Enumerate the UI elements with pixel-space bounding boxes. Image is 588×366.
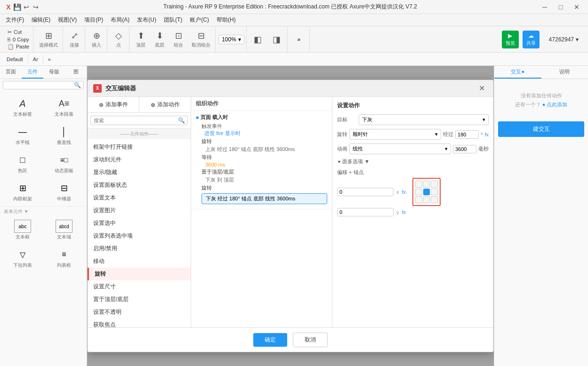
anchor-tr[interactable] [431,181,438,188]
anchor-mc[interactable] [423,189,430,196]
target-select[interactable]: 下灰 ▾ [359,114,489,125]
anchor-tl[interactable] [415,181,422,188]
offset-x-input[interactable] [337,188,394,196]
sidebar-tab-pages[interactable]: 页面 [0,66,22,79]
widget-repeater[interactable]: ⊟ 中继器 [45,180,83,204]
offset-x-fx-button[interactable]: fx [402,189,406,195]
create-interaction-button[interactable]: 建交互 [498,121,584,137]
action-search-input[interactable] [90,116,188,125]
selectmode-button[interactable]: ⊞ 选择模式 [36,30,61,49]
widget-hline[interactable]: — 水平线 [4,123,41,148]
action-set-opacity[interactable]: 设置不透明 [88,306,191,318]
anim-type-select[interactable]: 线性 ▾ [349,143,451,154]
anchor-bc[interactable] [423,196,430,203]
action-set-layer[interactable]: 置于顶层/底层 [88,293,191,306]
preview-button[interactable]: ▶ 预览 [502,31,519,48]
widget-listbox[interactable]: ≡ 列表框 [45,246,83,271]
widget-search-input[interactable] [3,81,84,89]
action-focus[interactable]: 获取焦点 [88,318,191,327]
more-toolbar-button[interactable]: » [290,35,307,44]
widget-text-label[interactable]: A 文本标签 [4,95,41,119]
add-event-button[interactable]: ⊕ 添加事件 [88,97,139,112]
redo-icon[interactable]: ↪ [32,3,40,11]
cancel-button[interactable]: 取消 [293,333,328,347]
paste-button[interactable]: 📋 Paste [6,43,31,50]
zoom-control[interactable]: 100% ▾ [218,35,244,44]
action-set-panel-state[interactable]: 设置面板状态 [88,179,191,191]
anchor-br[interactable] [431,196,438,203]
action-set-image[interactable]: 设置图片 [88,204,191,217]
widget-textarea[interactable]: abcd 文本域 [45,218,83,242]
anchor-ml[interactable] [415,189,422,196]
group-button[interactable]: ⊡ 组合 [170,30,187,49]
widget-dynamic-panel[interactable]: ≡□ 动态面板 [45,151,83,176]
totoplayer-action[interactable]: 置于顶层/底层 [201,168,327,175]
widget-inline-frame[interactable]: ⊞ 内联框架 [4,180,41,204]
more-options-toggle[interactable]: 面多选项 ▼ [337,158,489,165]
sidebar-tab-masters[interactable]: 母版 [43,66,65,79]
rotate2-highlighted[interactable]: 下灰 经过 180° 锚点 底部 线性 3600ms [201,193,327,204]
sidebar-tab-images[interactable]: 图 [65,66,87,79]
wait-action[interactable]: 等待 [201,154,327,161]
right-tab-interaction[interactable]: 交互● [494,66,541,79]
ungroup-button[interactable]: ⊟ 取消组合 [189,30,213,49]
anchor-tc[interactable] [423,181,430,188]
action-open-link[interactable]: 框架中打开链接 [88,141,191,153]
menu-account[interactable]: 账户(C) [186,15,213,25]
rotate1-action[interactable]: 旋转 [201,138,327,145]
menu-publish[interactable]: 发布(U) [133,15,160,25]
confirm-button[interactable]: 确定 [253,333,287,347]
rotate-fx-button[interactable]: fx [484,132,489,137]
close-button[interactable]: ✕ [569,0,584,14]
undo-icon[interactable]: ↩ [23,3,30,11]
anchor-bl[interactable] [415,196,422,203]
default-style-selector[interactable]: Default [4,56,26,63]
modal-close-button[interactable]: ✕ [476,83,488,94]
minimize-button[interactable]: ─ [537,0,552,14]
widget-vline[interactable]: │ 垂直线 [45,123,83,148]
widget-dropdown[interactable]: ▽ 下拉列表 [4,246,41,271]
copy-button[interactable]: ⎘ 0 Copy [6,36,31,43]
add-action-button[interactable]: ⊕ 添加动作 [139,97,191,112]
rotate-dir-select[interactable]: 顺时针 ▾ [349,129,441,140]
widget-textbox[interactable]: abc 文本框 [4,218,41,242]
menu-view[interactable]: 视图(V) [54,15,81,25]
maximize-button[interactable]: □ [553,0,568,14]
action-move[interactable]: 移动 [88,255,191,268]
menu-help[interactable]: 帮助(H) [213,15,240,25]
save-icon[interactable]: 💾 [13,3,21,11]
action-show-hide[interactable]: 显示/隐藏 [88,166,191,179]
menu-edit[interactable]: 编辑(E) [28,15,54,25]
widget-text-para[interactable]: A≡ 文本段落 [45,95,83,119]
rotate2-action[interactable]: 旋转 [201,184,327,191]
cut-button[interactable]: ✂ Cut [6,29,31,36]
align-right-button[interactable]: ◨ [268,33,285,46]
user-id-button[interactable]: 47262947 ▾ [545,36,582,43]
anchor-mr[interactable] [431,189,438,196]
bottomlayer-button[interactable]: ⬇ 底层 [151,30,168,49]
action-set-list-selected[interactable]: 设置列表选中项 [88,230,191,242]
more-toolbar2-button[interactable]: » [45,56,54,63]
toplayer-button[interactable]: ⬆ 顶层 [132,30,149,49]
right-tab-notes[interactable]: 说明 [541,66,588,79]
add-action-link[interactable]: ● 点此添加 [542,102,568,107]
ar-selector[interactable]: Ar [30,56,41,63]
menu-file[interactable]: 文件(F) [2,15,28,25]
connect-button[interactable]: ⤢ 连接 [66,30,83,49]
anim-duration-input[interactable] [453,145,476,153]
menu-team[interactable]: 团队(T) [160,15,186,25]
menu-layout[interactable]: 布局(A) [107,15,133,25]
widget-hotspot[interactable]: □ 热区 [4,151,41,176]
offset-y-fx-button[interactable]: fx [402,209,406,215]
menu-project[interactable]: 项目(P) [81,15,107,25]
point-button[interactable]: ◇ 点 [110,30,127,49]
action-rotate[interactable]: 旋转 [88,268,191,280]
align-left-button[interactable]: ◧ [250,33,266,46]
action-set-selected[interactable]: 设置选中 [88,217,191,230]
sidebar-tab-widgets[interactable]: 元件 [22,66,43,79]
insert-button[interactable]: ⊕ 插入 [88,30,105,49]
offset-y-input[interactable] [337,208,394,216]
rotate-via-input[interactable]: 180 [455,130,479,139]
action-scroll-to[interactable]: 滚动到元件 [88,153,191,166]
share-button[interactable]: ☁ 共享 [523,31,540,48]
